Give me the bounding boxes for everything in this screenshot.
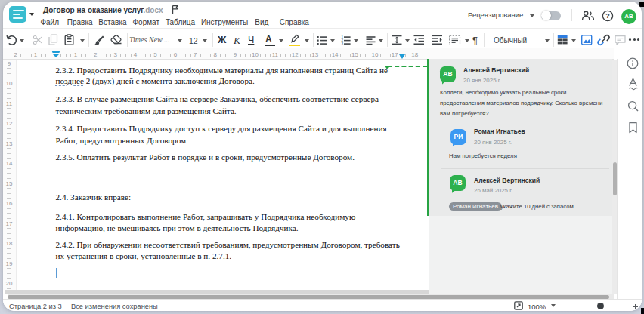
svg-text:?: ?: [605, 12, 610, 20]
svg-text:3: 3: [342, 42, 344, 45]
